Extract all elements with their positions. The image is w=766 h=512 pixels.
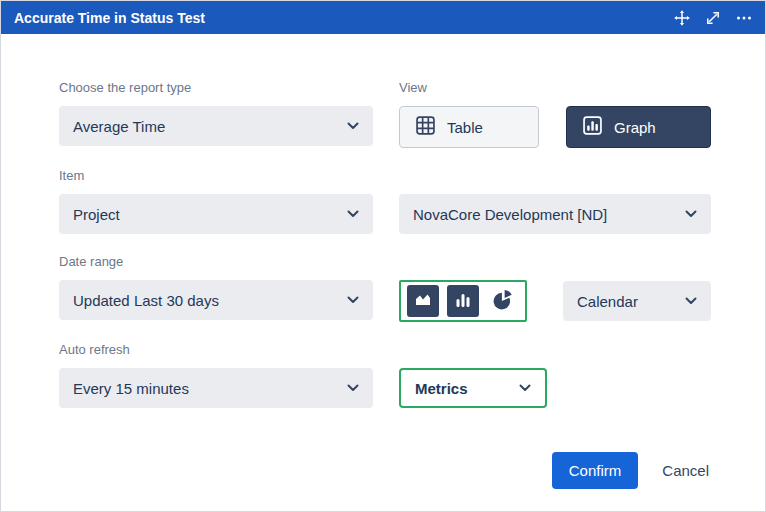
confirm-button[interactable]: Confirm <box>552 452 639 489</box>
dialog-footer: Confirm Cancel <box>59 452 709 489</box>
graph-icon <box>583 116 602 138</box>
auto-refresh-value: Every 15 minutes <box>73 380 189 397</box>
resize-icon[interactable] <box>706 11 720 25</box>
graph-view-button[interactable]: Graph <box>566 106 711 148</box>
dialog-header: Accurate Time in Status Test <box>1 1 765 34</box>
date-range-label: Date range <box>59 254 373 270</box>
chevron-down-icon <box>685 297 697 305</box>
table-view-label: Table <box>447 119 483 136</box>
cancel-button[interactable]: Cancel <box>662 462 709 479</box>
metrics-field: . Metrics <box>399 342 711 408</box>
date-range-select[interactable]: Updated Last 30 days <box>59 280 373 320</box>
chevron-down-icon <box>519 384 531 392</box>
chart-options-field: . <box>399 254 711 322</box>
chevron-down-icon <box>347 210 359 218</box>
dialog-body: Choose the report type Average Time View <box>1 34 765 489</box>
more-options-icon[interactable] <box>736 11 752 25</box>
calendar-value: Calendar <box>577 293 638 310</box>
view-field: View Table <box>399 80 711 148</box>
area-chart-button[interactable] <box>407 285 439 317</box>
item-field: Item Project <box>59 168 373 234</box>
chart-type-group <box>399 280 527 322</box>
item-select[interactable]: Project <box>59 194 373 234</box>
chevron-down-icon <box>347 384 359 392</box>
chevron-down-icon <box>685 210 697 218</box>
date-range-field: Date range Updated Last 30 days <box>59 254 373 322</box>
table-icon <box>416 116 435 138</box>
area-chart-icon <box>413 290 433 313</box>
project-select[interactable]: NovaCore Development [ND] <box>399 194 711 234</box>
metrics-select[interactable]: Metrics <box>399 368 547 408</box>
graph-view-label: Graph <box>614 119 656 136</box>
auto-refresh-field: Auto refresh Every 15 minutes <box>59 342 373 408</box>
report-type-select[interactable]: Average Time <box>59 106 373 146</box>
time-in-status-dialog: Accurate Time in Status Test <box>0 0 766 512</box>
metrics-value: Metrics <box>415 380 468 397</box>
pie-chart-button[interactable] <box>487 285 519 317</box>
project-field: . NovaCore Development [ND] <box>399 168 711 234</box>
bar-chart-icon <box>453 290 473 313</box>
chevron-down-icon <box>347 122 359 130</box>
project-value: NovaCore Development [ND] <box>413 206 607 223</box>
bar-chart-button[interactable] <box>447 285 479 317</box>
header-icons <box>674 10 752 26</box>
auto-refresh-label: Auto refresh <box>59 342 373 358</box>
report-type-field: Choose the report type Average Time <box>59 80 373 148</box>
view-label: View <box>399 80 711 96</box>
pie-chart-icon <box>492 289 514 314</box>
auto-refresh-select[interactable]: Every 15 minutes <box>59 368 373 408</box>
calendar-select[interactable]: Calendar <box>563 281 711 321</box>
move-icon[interactable] <box>674 10 690 26</box>
item-label: Item <box>59 168 373 184</box>
item-value: Project <box>73 206 120 223</box>
date-range-value: Updated Last 30 days <box>73 292 219 309</box>
table-view-button[interactable]: Table <box>399 106 539 148</box>
report-type-label: Choose the report type <box>59 80 373 96</box>
dialog-title: Accurate Time in Status Test <box>14 10 205 26</box>
report-type-value: Average Time <box>73 118 165 135</box>
chevron-down-icon <box>347 296 359 304</box>
